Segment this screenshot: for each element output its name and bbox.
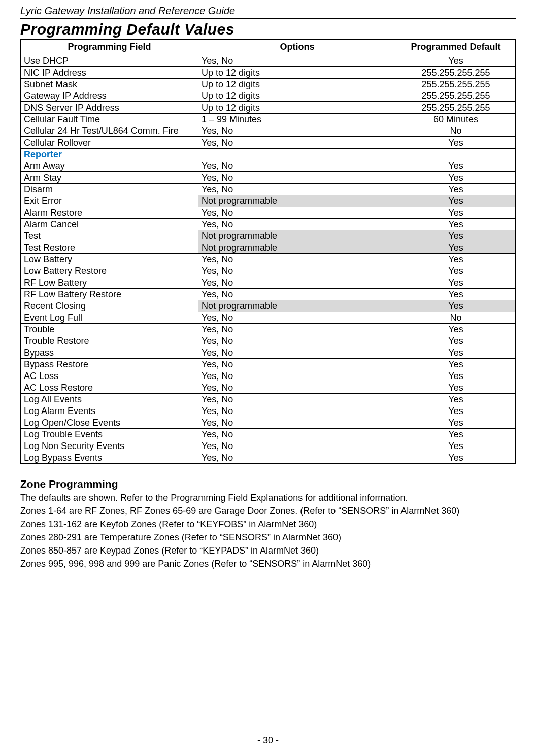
zone-line: Zones 280-291 are Temperature Zones (Ref… [20,531,516,544]
cell-default: Yes [396,347,516,359]
table-row: Log Alarm EventsYes, NoYes [21,405,516,417]
cell-options: Yes, No [198,405,396,417]
table-row: AC Loss RestoreYes, NoYes [21,382,516,394]
cell-options: Yes, No [198,335,396,347]
cell-options: Yes, No [198,312,396,324]
cell-default: Yes [396,440,516,452]
cell-options: Yes, No [198,429,396,440]
table-row: RF Low BatteryYes, NoYes [21,277,516,289]
cell-options: Yes, No [198,254,396,265]
table-row: Event Log FullYes, NoNo [21,312,516,324]
cell-field: AC Loss [21,370,198,382]
cell-field: Disarm [21,184,198,195]
page-number: - 30 - [20,735,516,746]
cell-default: Yes [396,359,516,370]
cell-options: Not programmable [198,242,396,254]
cell-options: Yes, No [198,359,396,370]
table-row: DisarmYes, NoYes [21,184,516,195]
cell-default: 255.255.255.255 [396,90,516,102]
table-row: Reporter [21,149,516,160]
cell-field: Alarm Restore [21,207,198,219]
cell-field: Log Non Security Events [21,440,198,452]
cell-default: Yes [396,382,516,394]
cell-default: Yes [396,417,516,429]
cell-options: Yes, No [198,172,396,184]
cell-options: Up to 12 digits [198,102,396,114]
cell-options: Yes, No [198,137,396,149]
cell-field: DNS Server IP Address [21,102,198,114]
table-row: Use DHCPYes, NoYes [21,55,516,67]
cell-field: Low Battery Restore [21,265,198,277]
cell-field: Arm Away [21,160,198,172]
cell-field: Bypass [21,347,198,359]
table-row: Gateway IP AddressUp to 12 digits255.255… [21,90,516,102]
cell-field: Low Battery [21,254,198,265]
cell-default: No [396,312,516,324]
cell-field: Cellular 24 Hr Test/UL864 Comm. Fire [21,125,198,137]
table-row: Trouble RestoreYes, NoYes [21,335,516,347]
zone-line: The defaults are shown. Refer to the Pro… [20,491,516,504]
cell-field: Arm Stay [21,172,198,184]
cell-field: Cellular Rollover [21,137,198,149]
cell-default: Yes [396,335,516,347]
table-row: Bypass RestoreYes, NoYes [21,359,516,370]
header-default: Programmed Default [396,40,516,55]
cell-options: Yes, No [198,55,396,67]
cell-options: Yes, No [198,370,396,382]
cell-options: Yes, No [198,417,396,429]
table-row: NIC IP AddressUp to 12 digits255.255.255… [21,67,516,79]
cell-default: 60 Minutes [396,114,516,125]
table-row: Cellular 24 Hr Test/UL864 Comm. FireYes,… [21,125,516,137]
cell-options: Yes, No [198,440,396,452]
zone-programming-text: The defaults are shown. Refer to the Pro… [20,491,516,570]
cell-options: 1 – 99 Minutes [198,114,396,125]
cell-field: Use DHCP [21,55,198,67]
cell-default: Yes [396,429,516,440]
cell-options: Yes, No [198,125,396,137]
cell-options: Yes, No [198,324,396,335]
cell-options: Not programmable [198,300,396,312]
cell-default: Yes [396,452,516,464]
cell-default: Yes [396,160,516,172]
cell-default: Yes [396,300,516,312]
table-row: Exit ErrorNot programmableYes [21,195,516,207]
cell-options: Yes, No [198,452,396,464]
cell-field: Recent Closing [21,300,198,312]
cell-default: Yes [396,370,516,382]
cell-field: Alarm Cancel [21,219,198,230]
zone-line: Zones 1-64 are RF Zones, RF Zones 65-69 … [20,504,516,518]
table-row: Low Battery RestoreYes, NoYes [21,265,516,277]
cell-field: Subnet Mask [21,79,198,90]
cell-options: Yes, No [198,382,396,394]
cell-options: Yes, No [198,289,396,300]
cell-field: Event Log Full [21,312,198,324]
cell-options: Yes, No [198,347,396,359]
cell-options: Not programmable [198,230,396,242]
table-row: Arm AwayYes, NoYes [21,160,516,172]
table-row: Log Bypass EventsYes, NoYes [21,452,516,464]
cell-field: Exit Error [21,195,198,207]
cell-default: Yes [396,184,516,195]
table-row: Recent ClosingNot programmableYes [21,300,516,312]
cell-field: Bypass Restore [21,359,198,370]
table-row: Log All EventsYes, NoYes [21,394,516,405]
cell-options: Up to 12 digits [198,90,396,102]
cell-default: Yes [396,230,516,242]
cell-options: Yes, No [198,207,396,219]
cell-default: Yes [396,265,516,277]
header-field: Programming Field [21,40,198,55]
cell-default: Yes [396,324,516,335]
document-title: Lyric Gateway Installation and Reference… [20,5,516,19]
cell-default: Yes [396,219,516,230]
cell-field: NIC IP Address [21,67,198,79]
table-row: DNS Server IP AddressUp to 12 digits255.… [21,102,516,114]
cell-field: Test Restore [21,242,198,254]
cell-options: Not programmable [198,195,396,207]
table-row: Alarm CancelYes, NoYes [21,219,516,230]
section-title: Programming Default Values [20,21,516,38]
cell-field: Log Open/Close Events [21,417,198,429]
cell-options: Up to 12 digits [198,79,396,90]
cell-field: AC Loss Restore [21,382,198,394]
table-section-row: Reporter [21,149,516,160]
table-row: BypassYes, NoYes [21,347,516,359]
